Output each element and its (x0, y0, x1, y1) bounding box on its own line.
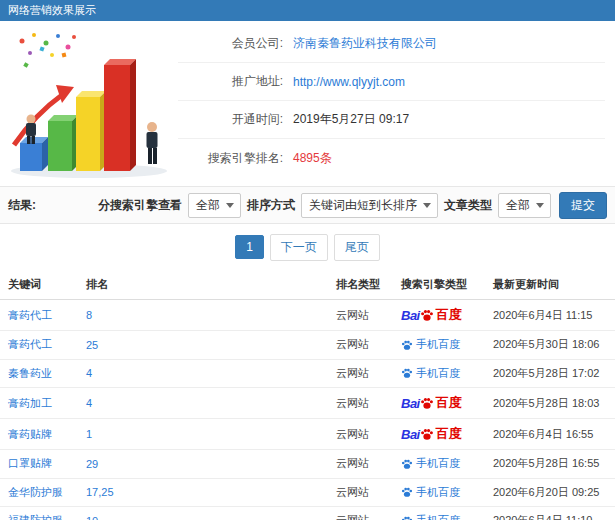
chevron-down-icon (226, 203, 234, 208)
filter-select-article-type[interactable]: 全部 (498, 193, 551, 218)
keyword-link[interactable]: 膏药贴牌 (8, 428, 52, 440)
engine-cell: Bai百度 (393, 388, 485, 419)
column-header-2: 排名类型 (328, 270, 393, 300)
filter-label-engine-view: 分搜索引擎查看 (98, 197, 182, 214)
filter-label-article-type: 文章类型 (444, 197, 492, 214)
keyword-link[interactable]: 膏药代工 (8, 338, 52, 350)
table-row: 口罩贴牌29云网站手机百度2020年5月28日 16:55 (0, 450, 615, 479)
info-row-rankings: 搜索引擎排名:4895条 (178, 139, 605, 177)
baidu-logo-cjk: 百度 (436, 394, 462, 412)
rank-link[interactable]: 25 (86, 339, 98, 351)
rank-link[interactable]: 10 (86, 515, 98, 520)
keyword-link[interactable]: 膏药加工 (8, 397, 52, 409)
rank-cell: 8 (78, 300, 328, 331)
table-row: 膏药加工4云网站Bai百度2020年5月28日 18:03 (0, 388, 615, 419)
engine-cell: Bai百度 (393, 419, 485, 450)
keyword-cell: 口罩贴牌 (0, 450, 78, 479)
rank-link[interactable]: 4 (86, 367, 92, 379)
rank-cell: 29 (78, 450, 328, 479)
rank-link[interactable]: 1 (86, 428, 92, 440)
rank-link[interactable]: 29 (86, 458, 98, 470)
info-value-rankings: 4895条 (293, 150, 332, 167)
mobile-baidu-logo: 手机百度 (401, 485, 460, 500)
rank-link[interactable]: 4 (86, 397, 92, 409)
rank-cell: 1 (78, 419, 328, 450)
keyword-cell: 膏药代工 (0, 331, 78, 360)
rank-type-cell: 云网站 (328, 331, 393, 360)
update-time-cell: 2020年5月28日 18:03 (485, 388, 615, 419)
rank-cell: 10 (78, 507, 328, 520)
rank-type-cell: 云网站 (328, 450, 393, 479)
filter-select-engine-view[interactable]: 全部 (188, 193, 241, 218)
pagination-last-button[interactable]: 尾页 (334, 234, 380, 261)
rank-link[interactable]: 8 (86, 309, 92, 321)
update-time-cell: 2020年6月20日 09:25 (485, 478, 615, 507)
info-section: 会员公司:济南秦鲁药业科技有限公司推广地址:http://www.qlyyjt.… (0, 21, 615, 186)
engine-cell: 手机百度 (393, 331, 485, 360)
baidu-logo: Bai百度 (401, 306, 462, 324)
engine-cell: 手机百度 (393, 450, 485, 479)
info-label-url: 推广地址: (178, 73, 283, 90)
rank-type-cell: 云网站 (328, 359, 393, 388)
info-value-url[interactable]: http://www.qlyyjt.com (293, 75, 405, 89)
rank-link[interactable]: 17,25 (86, 486, 114, 498)
update-time-cell: 2020年6月4日 16:55 (485, 419, 615, 450)
baidu-logo-latin: Bai (401, 427, 420, 442)
keyword-cell: 金华防护服 (0, 478, 78, 507)
table-row: 福建防护服10云网站手机百度2020年6月4日 11:10 (0, 507, 615, 520)
info-rows: 会员公司:济南秦鲁药业科技有限公司推广地址:http://www.qlyyjt.… (178, 25, 615, 186)
pagination: 1 下一页 尾页 (0, 224, 615, 270)
info-label-rankings: 搜索引擎排名: (178, 150, 283, 167)
update-time-cell: 2020年5月28日 16:55 (485, 450, 615, 479)
info-row-company: 会员公司:济南秦鲁药业科技有限公司 (178, 25, 605, 63)
update-time-cell: 2020年6月4日 11:15 (485, 300, 615, 331)
update-time-cell: 2020年5月30日 18:06 (485, 331, 615, 360)
keyword-cell: 秦鲁药业 (0, 359, 78, 388)
baidu-paw-icon (420, 308, 434, 322)
pagination-current-page[interactable]: 1 (235, 235, 264, 259)
rank-type-cell: 云网站 (328, 478, 393, 507)
mobile-baidu-logo: 手机百度 (401, 513, 460, 520)
keyword-link[interactable]: 秦鲁药业 (8, 367, 52, 379)
keyword-link[interactable]: 口罩贴牌 (8, 457, 52, 469)
update-time-cell: 2020年6月4日 11:10 (485, 507, 615, 520)
rank-type-cell: 云网站 (328, 507, 393, 520)
chevron-down-icon (536, 203, 544, 208)
engine-cell: 手机百度 (393, 359, 485, 388)
baidu-logo: Bai百度 (401, 394, 462, 412)
baidu-paw-icon (401, 339, 413, 351)
table-row: 膏药贴牌1云网站Bai百度2020年6月4日 16:55 (0, 419, 615, 450)
chart-clipart-graphic (4, 27, 176, 179)
column-header-0: 关键词 (0, 270, 78, 300)
keyword-cell: 膏药代工 (0, 300, 78, 331)
engine-cell: Bai百度 (393, 300, 485, 331)
info-value-company[interactable]: 济南秦鲁药业科技有限公司 (293, 35, 437, 52)
filter-select-value-article-type: 全部 (506, 198, 530, 212)
rank-type-cell: 云网站 (328, 300, 393, 331)
chart-clipart (0, 21, 178, 181)
baidu-paw-icon (401, 367, 413, 379)
result-label: 结果: (8, 197, 36, 214)
pagination-next-button[interactable]: 下一页 (270, 234, 328, 261)
rank-cell: 17,25 (78, 478, 328, 507)
keyword-link[interactable]: 金华防护服 (8, 486, 63, 498)
rank-type-cell: 云网站 (328, 419, 393, 450)
engine-cell: 手机百度 (393, 507, 485, 520)
mobile-baidu-logo: 手机百度 (401, 337, 460, 352)
baidu-logo-latin: Bai (401, 396, 420, 411)
baidu-paw-icon (420, 427, 434, 441)
rank-cell: 4 (78, 388, 328, 419)
baidu-paw-icon (401, 486, 413, 498)
filter-select-sort-order[interactable]: 关键词由短到长排序 (301, 193, 438, 218)
filter-bar: 结果: 分搜索引擎查看全部排序方式关键词由短到长排序文章类型全部 提交 (0, 186, 615, 224)
submit-button[interactable]: 提交 (559, 192, 607, 219)
keyword-link[interactable]: 膏药代工 (8, 309, 52, 321)
info-value-opened: 2019年5月27日 09:17 (293, 111, 409, 128)
mobile-baidu-label: 手机百度 (416, 337, 460, 352)
page-title: 网络营销效果展示 (8, 3, 96, 18)
keyword-link[interactable]: 福建防护服 (8, 514, 63, 520)
mobile-baidu-label: 手机百度 (416, 513, 460, 520)
filter-select-value-sort-order: 关键词由短到长排序 (309, 198, 417, 212)
baidu-logo-cjk: 百度 (436, 425, 462, 443)
page: 网络营销效果展示 (0, 0, 615, 520)
